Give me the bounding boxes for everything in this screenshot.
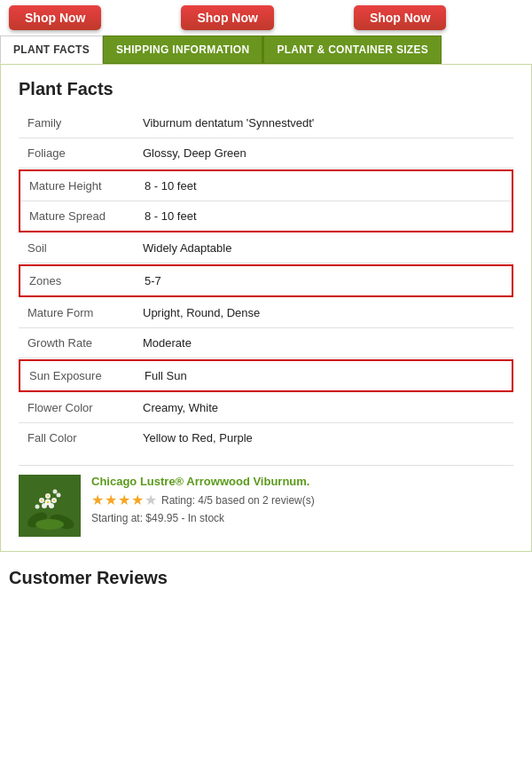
fact-value-family: Viburnum dentatum 'Synnestvedt' [134, 108, 513, 138]
fact-mature-height: Mature Height 8 - 10 feet [20, 171, 512, 201]
svg-point-10 [57, 493, 61, 498]
fact-label-sun-exposure: Sun Exposure [20, 361, 136, 390]
facts-section: Family Viburnum dentatum 'Synnestvedt' F… [19, 108, 513, 452]
fact-value-mature-height: 8 - 10 feet [136, 171, 512, 201]
svg-point-3 [35, 519, 64, 530]
shop-now-button-3[interactable]: Shop Now [354, 5, 446, 30]
fact-growth-rate: Growth Rate Moderate [19, 328, 513, 358]
fact-value-mature-spread: 8 - 10 feet [136, 201, 512, 231]
fact-mature-form: Mature Form Upright, Round, Dense [19, 298, 513, 328]
fact-flower-color: Flower Color Creamy, White [19, 393, 513, 423]
fact-value-foliage: Glossy, Deep Green [134, 138, 513, 168]
star-1: ★ [91, 492, 104, 508]
fact-label-fall-color: Fall Color [19, 423, 134, 452]
fact-fall-color: Fall Color Yellow to Red, Purple [19, 423, 513, 452]
fact-label-mature-spread: Mature Spread [20, 201, 136, 231]
fact-label-mature-form: Mature Form [19, 298, 134, 327]
fact-label-soil: Soil [19, 233, 134, 263]
fact-label-mature-height: Mature Height [20, 171, 136, 201]
tab-plant-container-sizes[interactable]: PLANT & CONTAINER SIZES [262, 35, 442, 64]
shop-now-button-2[interactable]: Shop Now [181, 5, 273, 30]
fact-label-family: Family [19, 108, 134, 138]
fact-label-foliage: Foliage [19, 138, 134, 168]
section-title: Plant Facts [19, 79, 513, 99]
fact-label-zones: Zones [20, 266, 136, 295]
product-rating-stars: ★ ★ ★ ★ ★ Rating: 4/5 based on 2 review(… [91, 492, 315, 508]
svg-point-15 [53, 500, 55, 501]
star-4: ★ [131, 492, 144, 508]
star-2: ★ [105, 492, 117, 508]
fact-value-flower-color: Creamy, White [134, 393, 513, 422]
svg-point-13 [41, 500, 43, 501]
fact-label-growth-rate: Growth Rate [19, 328, 134, 358]
svg-point-11 [35, 505, 40, 509]
rating-text: Rating: 4/5 based on 2 review(s) [161, 494, 315, 507]
highlight-height-spread: Mature Height 8 - 10 feet Mature Spread … [19, 169, 513, 232]
fact-value-mature-form: Upright, Round, Dense [134, 298, 513, 327]
fact-foliage: Foliage Glossy, Deep Green [19, 138, 513, 169]
fact-zones: Zones 5-7 [20, 266, 512, 295]
highlight-zones: Zones 5-7 [19, 264, 513, 297]
shop-now-button-1[interactable]: Shop Now [9, 5, 101, 30]
fact-value-fall-color: Yellow to Red, Purple [134, 423, 513, 452]
customer-reviews-heading: Customer Reviews [0, 552, 532, 597]
svg-point-12 [53, 490, 58, 494]
product-info: Chicago Lustre® Arrowwood Viburnum. ★ ★ … [81, 475, 513, 524]
top-buttons-bar: Shop Now Shop Now Shop Now [0, 0, 532, 35]
highlight-sun-exposure: Sun Exposure Full Sun [19, 359, 513, 392]
fact-value-zones: 5-7 [136, 266, 512, 295]
fact-label-flower-color: Flower Color [19, 393, 134, 422]
star-3: ★ [118, 492, 130, 508]
product-card: Chicago Lustre® Arrowwood Viburnum. ★ ★ … [19, 465, 513, 537]
product-price: Starting at: $49.95 - In stock [91, 512, 513, 524]
product-image [19, 475, 81, 537]
fact-value-soil: Widely Adaptable [134, 233, 513, 263]
fact-value-growth-rate: Moderate [134, 328, 513, 358]
svg-point-16 [47, 501, 49, 503]
fact-soil: Soil Widely Adaptable [19, 233, 513, 264]
fact-sun-exposure: Sun Exposure Full Sun [20, 361, 512, 390]
tab-shipping-information[interactable]: SHIPPING INFORMATION [103, 35, 262, 64]
fact-family: Family Viburnum dentatum 'Synnestvedt' [19, 108, 513, 138]
product-name: Chicago Lustre® Arrowwood Viburnum. [91, 475, 513, 488]
tab-bar: PLANT FACTS SHIPPING INFORMATION PLANT &… [0, 35, 532, 64]
plant-facts-panel: Plant Facts Family Viburnum dentatum 'Sy… [0, 64, 532, 552]
fact-value-sun-exposure: Full Sun [136, 361, 512, 390]
fact-mature-spread: Mature Spread 8 - 10 feet [20, 201, 512, 231]
svg-point-14 [47, 495, 49, 497]
star-5: ★ [145, 492, 157, 508]
tab-plant-facts[interactable]: PLANT FACTS [0, 35, 103, 64]
